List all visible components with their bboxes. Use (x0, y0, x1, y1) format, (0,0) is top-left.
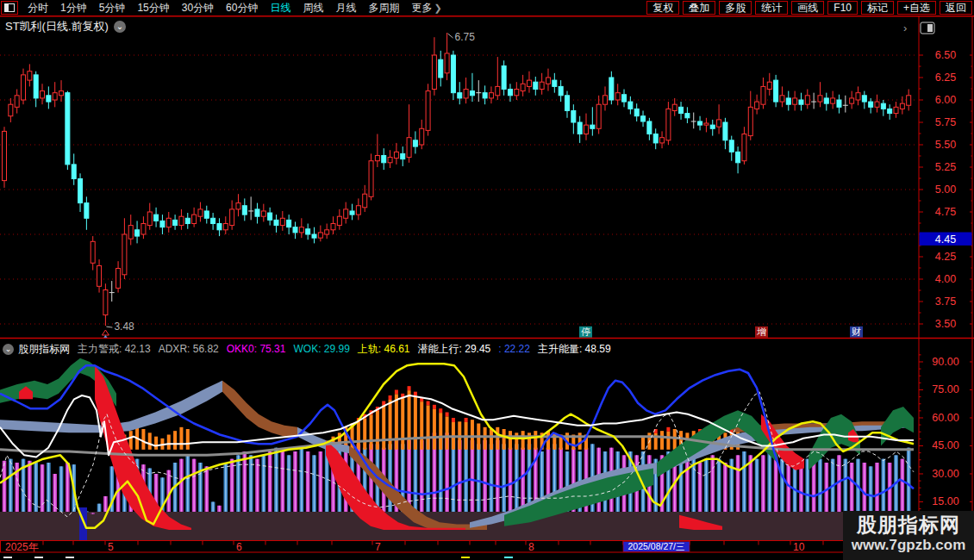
svg-text:45.00: 45.00 (932, 439, 958, 451)
tab-60min[interactable]: 60分钟 (220, 1, 264, 16)
event-badges: 停增财 (579, 327, 863, 338)
btn-statistics[interactable]: 统计 (755, 1, 788, 15)
ribbon-slate-1b (297, 427, 349, 453)
low-marker-icon (102, 330, 109, 335)
svg-text:30.00: 30.00 (932, 468, 958, 480)
svg-text:4.00: 4.00 (935, 273, 956, 285)
watermark-title: 股朋指标网 (843, 513, 974, 536)
tab-daily[interactable]: 日线 (264, 1, 297, 16)
btn-multi-stock[interactable]: 多股 (719, 1, 752, 15)
chevron-down-icon[interactable]: ⌄ (114, 21, 126, 33)
chart-title-row: ST凯利(日线.前复权) ⌄ (5, 19, 126, 34)
x-axis-year: 2025年 (5, 541, 39, 553)
tab-intraday[interactable]: 分时 (22, 1, 54, 16)
svg-text:6.50: 6.50 (935, 49, 956, 61)
svg-text:90.00: 90.00 (932, 356, 958, 368)
svg-text:6.75: 6.75 (455, 31, 476, 43)
y-axis-indicator[interactable]: 90.0075.0060.0045.0030.0015.00 (919, 355, 972, 523)
btn-add-watchlist[interactable]: +自选 (897, 1, 936, 15)
svg-text:3.50: 3.50 (935, 318, 956, 330)
ribbon-brown-1 (222, 381, 297, 437)
indicator-values: 主力警戒: 42.13ADXR: 56.82OKK0: 75.31WOK: 29… (78, 342, 619, 357)
x-axis[interactable]: 2025年5678102025/08/27/三 (5, 541, 914, 553)
tab-1min[interactable]: 1分钟 (54, 1, 93, 16)
svg-text:8: 8 (528, 541, 534, 553)
indicator-field: WOK: 29.99 (293, 343, 349, 355)
chart-title: ST凯利(日线.前复权) (5, 19, 109, 34)
pane-collapse-arrow: › (903, 22, 907, 34)
chart-canvas[interactable]: 停增财6.753.486.506.256.005.755.505.255.004… (0, 0, 974, 560)
svg-text:2025/08/27/三: 2025/08/27/三 (628, 541, 685, 551)
tab-30min[interactable]: 30分钟 (176, 1, 220, 16)
tab-monthly[interactable]: 月线 (329, 1, 362, 16)
svg-text:5.25: 5.25 (935, 161, 956, 173)
indicator-collapse-icon[interactable]: ⌄ (3, 344, 14, 355)
svg-text:3.48: 3.48 (114, 320, 134, 333)
indicator-pane[interactable] (0, 358, 918, 540)
svg-text:财: 财 (852, 327, 861, 337)
indicator-field: 主力警戒: 42.13 (78, 343, 151, 355)
watermark: 股朋指标网 www.7gpzb.com (843, 511, 974, 560)
indicator-field: 上轨: 46.61 (358, 343, 410, 355)
svg-text:6.25: 6.25 (935, 72, 956, 84)
svg-text:3.75: 3.75 (935, 296, 956, 308)
indicator-header: ⌄ 股朋指标网 主力警戒: 42.13ADXR: 56.82OKK0: 75.3… (3, 342, 619, 357)
svg-text:4.75: 4.75 (935, 206, 956, 218)
price-annotations: 6.753.48 (102, 31, 475, 339)
btn-mark[interactable]: 标记 (861, 1, 894, 15)
svg-text:7: 7 (375, 541, 381, 553)
btn-back[interactable]: 返回 (940, 1, 972, 15)
btn-adjust[interactable]: 复权 (646, 1, 679, 15)
svg-text:10: 10 (793, 541, 805, 553)
window-layout-icon[interactable] (1, 1, 18, 15)
svg-text:停: 停 (581, 327, 590, 337)
timeframe-menu: 分时1分钟5分钟15分钟30分钟60分钟日线周线月线多周期更多❯ (0, 0, 448, 16)
btn-f10[interactable]: F10 (827, 1, 858, 15)
svg-text:60.00: 60.00 (932, 412, 958, 424)
svg-text:5: 5 (108, 541, 114, 553)
svg-text:5.00: 5.00 (935, 184, 956, 196)
tab-5min[interactable]: 5分钟 (93, 1, 132, 16)
svg-text:增: 增 (757, 327, 766, 337)
tab-15min[interactable]: 15分钟 (131, 1, 175, 16)
svg-text:4.45: 4.45 (935, 233, 956, 246)
indicator-field: 主升能量: 48.59 (538, 343, 611, 355)
indicator-field: 潜能上行: 29.45 (418, 343, 491, 355)
more-arrow-icon: ❯ (432, 3, 441, 13)
svg-text:6: 6 (236, 541, 242, 553)
indicator-name: 股朋指标网 (18, 342, 70, 357)
indicator-field: ADXR: 56.82 (159, 343, 219, 355)
top-toolbar: 分时1分钟5分钟15分钟30分钟60分钟日线周线月线多周期更多❯ 复权叠加多股统… (0, 0, 974, 16)
indicator-field: OKK0: 75.31 (227, 343, 286, 355)
indicator-field: : 22.22 (498, 343, 530, 355)
app-window: 停增财6.753.486.506.256.005.755.505.255.004… (0, 0, 974, 560)
candlesticks (3, 33, 911, 326)
svg-text:6.00: 6.00 (935, 94, 956, 106)
svg-text:5.50: 5.50 (935, 139, 956, 151)
btn-overlay[interactable]: 叠加 (683, 1, 715, 15)
tab-more[interactable]: 更多❯ (405, 1, 447, 16)
toolbar-actions: 复权叠加多股统计画线F10标记+自选返回 (643, 1, 974, 15)
svg-text:5.75: 5.75 (935, 116, 956, 128)
svg-text:4.25: 4.25 (935, 251, 956, 263)
svg-text:75.00: 75.00 (932, 383, 958, 395)
btn-draw-line[interactable]: 画线 (791, 1, 824, 15)
tab-weekly[interactable]: 周线 (297, 1, 329, 16)
svg-text:15.00: 15.00 (932, 495, 958, 507)
watermark-url: www.7gpzb.com (843, 536, 974, 555)
tab-multi-period[interactable]: 多周期 (362, 1, 405, 16)
